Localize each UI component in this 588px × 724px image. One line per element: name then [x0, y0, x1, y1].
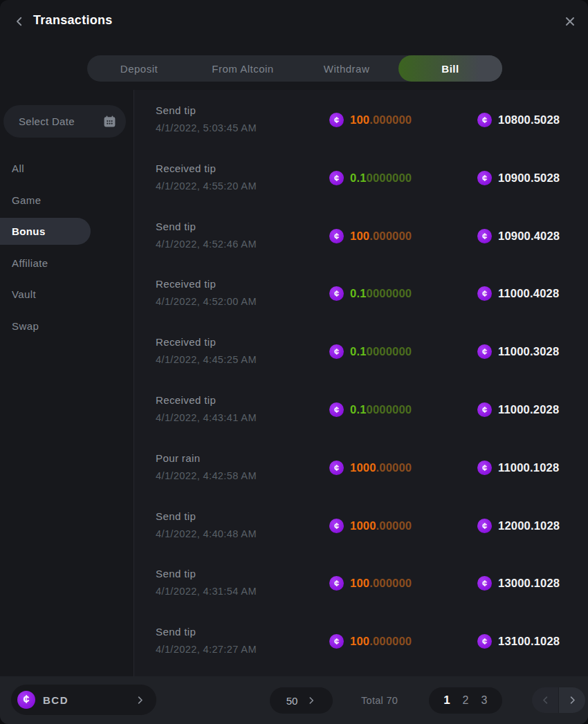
transactions-modal: Transactions DepositFrom AltcoinWithdraw… [0, 0, 588, 724]
chevron-right-icon [306, 696, 316, 705]
transaction-balance: 12000.1028 [477, 519, 560, 533]
tab-bar: DepositFrom AltcoinWithdrawBill [87, 55, 502, 82]
transaction-balance: 11000.3028 [477, 344, 559, 359]
bcd-coin-icon [329, 519, 344, 533]
pagination: 123 [429, 687, 502, 714]
transaction-balance: 10900.4028 [477, 229, 560, 243]
sidebar-item-swap[interactable]: Swap [0, 310, 97, 342]
transaction-type: Pour rain [156, 452, 329, 465]
page-button-2[interactable]: 2 [459, 690, 472, 711]
sidebar-item-vault[interactable]: Vault [0, 279, 97, 310]
transaction-row: Send tip 4/1/2022, 4:52:46 AM 100.000000… [134, 213, 588, 271]
page-size-selector[interactable]: 50 [270, 687, 333, 714]
modal-header: Transactions [0, 0, 588, 41]
calendar-icon [103, 115, 116, 128]
transaction-datetime: 4/1/2022, 5:03:45 AM [156, 122, 329, 135]
bcd-coin-icon [17, 691, 35, 709]
prev-page-icon[interactable] [532, 687, 559, 713]
sidebar-item-game[interactable]: Game [0, 185, 97, 216]
bcd-coin-icon [477, 576, 492, 591]
total-count: Total 70 [361, 676, 398, 724]
chevron-right-icon [135, 695, 145, 705]
currency-label: BCD [43, 694, 68, 706]
select-date-label: Select Date [19, 115, 75, 127]
content-area: Select Date AllGameBonusAffiliateVaultSw… [0, 90, 588, 676]
transaction-amount: 100.000000 [329, 229, 477, 243]
tab-from-altcoin[interactable]: From Altcoin [191, 55, 295, 82]
transaction-datetime: 4/1/2022, 4:31:54 AM [156, 585, 329, 598]
transaction-amount: 0.10000000 [329, 286, 477, 301]
page-button-3[interactable]: 3 [477, 690, 491, 711]
bcd-coin-icon [477, 402, 492, 417]
sidebar-item-affiliate[interactable]: Affiliate [0, 248, 97, 279]
tab-bill[interactable]: Bill [398, 55, 502, 82]
transaction-row: Send tip 4/1/2022, 4:27:27 AM 100.000000… [134, 618, 588, 676]
transaction-amount: 100.000000 [329, 113, 477, 127]
bcd-coin-icon [329, 229, 344, 243]
select-date-button[interactable]: Select Date [3, 105, 126, 138]
transaction-datetime: 4/1/2022, 4:40:48 AM [156, 528, 329, 541]
back-icon[interactable] [11, 13, 28, 30]
transaction-type: Received tip [156, 335, 329, 349]
page-title: Transactions [33, 13, 113, 28]
next-page-icon[interactable] [559, 687, 585, 713]
tab-deposit[interactable]: Deposit [87, 55, 191, 82]
transaction-row: Received tip 4/1/2022, 4:43:41 AM 0.1000… [134, 387, 588, 445]
pagination-arrows [532, 687, 585, 713]
transaction-row: Received tip 4/1/2022, 4:52:00 AM 0.1000… [134, 270, 588, 328]
transaction-amount: 100.000000 [329, 576, 477, 591]
sidebar-item-all[interactable]: All [0, 153, 97, 185]
transaction-row: Pour rain 4/1/2022, 4:42:58 AM 1000.0000… [134, 445, 588, 503]
transaction-amount: 1000.00000 [329, 461, 477, 475]
transaction-amount: 100.000000 [329, 634, 477, 649]
transaction-list: Send tip 4/1/2022, 5:03:45 AM 100.000000… [134, 90, 588, 676]
transaction-type: Send tip [156, 220, 329, 234]
transaction-datetime: 4/1/2022, 4:45:25 AM [156, 353, 329, 366]
transaction-datetime: 4/1/2022, 4:52:00 AM [156, 295, 329, 308]
bcd-coin-icon [329, 171, 344, 185]
sidebar-item-bonus[interactable]: Bonus [0, 218, 91, 245]
bcd-coin-icon [477, 344, 492, 359]
transaction-balance: 13000.1028 [477, 576, 560, 591]
bcd-coin-icon [329, 344, 344, 359]
transaction-balance: 10900.5028 [477, 171, 560, 185]
bcd-coin-icon [329, 576, 344, 591]
transaction-balance: 11000.4028 [477, 286, 559, 301]
bcd-coin-icon [477, 229, 492, 243]
transaction-balance: 11000.1028 [477, 461, 559, 475]
page-button-1[interactable]: 1 [440, 690, 454, 711]
bcd-coin-icon [477, 286, 492, 301]
transaction-balance: 10800.5028 [477, 113, 560, 127]
transaction-type: Received tip [156, 277, 329, 291]
tab-withdraw[interactable]: Withdraw [295, 55, 398, 82]
transaction-type: Send tip [156, 625, 329, 639]
bcd-coin-icon [329, 113, 344, 127]
transaction-balance: 11000.2028 [477, 402, 559, 417]
page-size-value: 50 [286, 695, 298, 707]
transaction-type: Received tip [156, 162, 329, 176]
sidebar: Select Date AllGameBonusAffiliateVaultSw… [0, 90, 134, 676]
transaction-datetime: 4/1/2022, 4:42:58 AM [156, 470, 329, 483]
filter-nav: AllGameBonusAffiliateVaultSwap [0, 153, 134, 342]
currency-selector[interactable]: BCD [11, 685, 156, 715]
bcd-coin-icon [477, 171, 492, 185]
bcd-coin-icon [329, 286, 344, 301]
transaction-amount: 0.10000000 [329, 171, 477, 185]
transaction-amount: 0.10000000 [329, 344, 477, 359]
transaction-datetime: 4/1/2022, 4:43:41 AM [156, 411, 329, 425]
transaction-datetime: 4/1/2022, 4:27:27 AM [156, 643, 329, 656]
transaction-balance: 13100.1028 [477, 634, 560, 649]
transaction-type: Send tip [156, 104, 329, 118]
close-icon[interactable] [562, 13, 578, 30]
footer-bar: BCD 50 Total 70 123 [0, 676, 588, 724]
transaction-datetime: 4/1/2022, 4:52:46 AM [156, 238, 329, 251]
transaction-type: Received tip [156, 393, 329, 407]
bcd-coin-icon [329, 402, 344, 417]
transaction-datetime: 4/1/2022, 4:55:20 AM [156, 180, 329, 193]
transaction-amount: 1000.00000 [329, 519, 477, 533]
transaction-row: Received tip 4/1/2022, 4:55:20 AM 0.1000… [134, 155, 588, 213]
transaction-row: Send tip 4/1/2022, 5:03:45 AM 100.000000… [134, 97, 588, 155]
transaction-amount: 0.10000000 [329, 402, 477, 417]
transaction-row: Send tip 4/1/2022, 4:31:54 AM 100.000000… [134, 560, 588, 618]
bcd-coin-icon [477, 113, 492, 127]
